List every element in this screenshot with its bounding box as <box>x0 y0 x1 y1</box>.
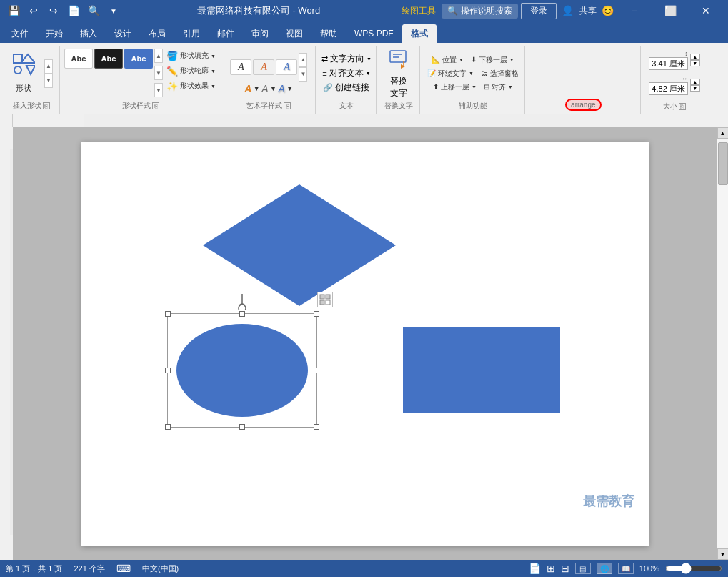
shape-scroll-up[interactable]: ▲ <box>44 59 53 74</box>
rectangle-shape[interactable] <box>403 327 560 413</box>
minimize-button[interactable]: − <box>618 0 651 21</box>
height-down[interactable]: ▼ <box>690 60 700 66</box>
width-input-container: ↔ <box>649 75 688 95</box>
content-wrapper: 最需教育 ▲ ▼ <box>13 114 728 560</box>
size-expand[interactable]: ⎘ <box>679 103 686 110</box>
shape-scroll-down[interactable]: ▼ <box>44 74 53 88</box>
tab-wps-pdf[interactable]: WPS PDF <box>346 24 402 43</box>
undo-icon[interactable]: ↩ <box>26 3 41 19</box>
auxiliary-group: 📐位置▼ ⬇下移一层▼ 📝环绕文字▼ 🗂选择窗格 ⬆上移一层▼ <box>422 46 525 114</box>
new-doc-icon[interactable]: 📄 <box>66 3 81 19</box>
art-text-btn-1[interactable]: A <box>230 59 251 75</box>
move-up-btn[interactable]: ⬆上移一层▼ <box>430 81 479 94</box>
wrap-text-btn[interactable]: 📝环绕文字▼ <box>424 67 477 80</box>
smiley-icon[interactable]: 😊 <box>599 3 615 19</box>
text-direction-btn[interactable]: ⇄文字方向▼ <box>320 52 373 66</box>
quick-access-dropdown[interactable]: ▼ <box>106 3 121 19</box>
height-input[interactable] <box>649 57 688 70</box>
arrange-group: arrange <box>527 46 641 114</box>
right-scrollbar: ▲ ▼ <box>717 127 728 560</box>
web-view-btn[interactable]: 🌐 <box>597 563 612 574</box>
text-align-btn[interactable]: ≡对齐文本▼ <box>321 66 372 80</box>
align-btn[interactable]: ⊟对齐▼ <box>481 81 516 94</box>
art-scroll-up[interactable]: ▲ <box>299 53 307 67</box>
oval-shape[interactable] <box>167 313 317 428</box>
login-button[interactable]: 登录 <box>521 3 557 19</box>
tab-mail[interactable]: 邮件 <box>209 24 243 43</box>
style-scroll-down[interactable]: ▼ <box>154 83 163 97</box>
layout-icon[interactable] <box>317 292 333 307</box>
art-text-btn-3[interactable]: A <box>276 59 297 75</box>
tab-layout[interactable]: 布局 <box>140 24 174 43</box>
art-scroll-down[interactable]: ▼ <box>299 67 307 82</box>
create-link-btn[interactable]: 🔗创建链接 <box>321 81 371 94</box>
scroll-area: 最需教育 ▲ ▼ <box>13 127 728 560</box>
text-fill-btn[interactable]: A ▼ <box>244 83 260 94</box>
style-sample-white[interactable]: Abc <box>64 49 93 69</box>
style-scroll: ▲ ▼ ▼ <box>154 49 163 97</box>
style-scroll-up[interactable]: ▲ <box>154 49 163 63</box>
shape-effect-btn[interactable]: ✨ 形状效果▼ <box>164 79 218 93</box>
tab-review[interactable]: 审阅 <box>243 24 277 43</box>
shape-fill-btn[interactable]: 🪣 形状填充▼ <box>164 49 218 63</box>
tab-design[interactable]: 设计 <box>106 24 140 43</box>
style-sample-blue[interactable]: Abc <box>124 49 153 69</box>
width-up[interactable]: ▲ <box>690 79 700 85</box>
language[interactable]: 中文(中国) <box>142 563 179 574</box>
auxiliary-label: 辅助功能 <box>424 99 522 112</box>
diamond-shape[interactable] <box>196 177 403 313</box>
tab-insert[interactable]: 插入 <box>71 24 106 43</box>
input-mode-icon[interactable]: ⌨ <box>116 563 131 574</box>
style-scroll-expand[interactable]: ▼ <box>154 66 163 80</box>
text-outline-btn[interactable]: A ▼ <box>261 83 276 94</box>
art-text-btn-2[interactable]: A <box>253 59 274 75</box>
shape-options: 🪣 形状填充▼ ✏️ 形状轮廓▼ ✨ 形状效果▼ <box>164 49 218 93</box>
scroll-track[interactable] <box>717 139 729 548</box>
view-icon[interactable]: ⊟ <box>561 563 569 574</box>
document-page: 最需教育 <box>81 142 649 546</box>
share-label[interactable]: 共享 <box>579 5 597 17</box>
ribbon: 形状 ▲ ▼ 插入形状 ⎘ Abc Abc Abc ▲ ▼ ▼ <box>0 43 728 114</box>
tab-view[interactable]: 视图 <box>277 24 311 43</box>
insert-shape-expand[interactable]: ⎘ <box>43 102 50 109</box>
shape-style-expand[interactable]: ⎘ <box>152 102 159 109</box>
operation-search-bar[interactable]: 🔍 操作说明搜索 <box>442 4 518 19</box>
height-up[interactable]: ▲ <box>690 54 700 60</box>
table-icon[interactable]: ⊞ <box>547 563 555 574</box>
close-button[interactable]: ✕ <box>689 0 722 21</box>
height-row: ↕ ▲ ▼ <box>649 50 700 70</box>
tab-format[interactable]: 格式 <box>402 24 437 43</box>
shape-scroll: ▲ ▼ <box>44 59 53 88</box>
scroll-down-button[interactable]: ▼ <box>717 548 729 560</box>
print-view-btn[interactable]: ▤ <box>575 563 591 574</box>
tab-help[interactable]: 帮助 <box>311 24 346 43</box>
shape-outline-btn[interactable]: ✏️ 形状轮廓▼ <box>164 64 218 78</box>
read-view-btn[interactable]: 📖 <box>618 563 634 574</box>
tab-file[interactable]: 文件 <box>3 24 37 43</box>
width-input[interactable] <box>649 82 688 95</box>
select-pane-btn[interactable]: 🗂选择窗格 <box>478 67 522 80</box>
tab-reference[interactable]: 引用 <box>174 24 209 43</box>
art-style-expand[interactable]: ⎘ <box>284 102 291 109</box>
tab-start[interactable]: 开始 <box>37 24 71 43</box>
replace-text-btn[interactable]: 替换文字 <box>381 49 417 99</box>
shape-button[interactable]: 形状 <box>6 49 41 99</box>
doc-icon[interactable]: 📄 <box>529 563 541 574</box>
art-row-2: A ▼ A ▼ A ▼ <box>244 83 294 94</box>
shape-style-group: Abc Abc Abc ▲ ▼ ▼ 🪣 形状填充▼ ✏️ 形状轮廓▼ ✨ <box>61 46 221 114</box>
text-group: ⇄文字方向▼ ≡对齐文本▼ 🔗创建链接 文本 <box>317 46 377 114</box>
art-style-label: 艺术字样式 ⎘ <box>226 99 312 112</box>
quick-search-icon[interactable]: 🔍 <box>86 3 101 19</box>
scroll-thumb[interactable] <box>718 142 728 185</box>
restore-button[interactable]: ⬜ <box>654 0 687 21</box>
position-btn[interactable]: 📐位置▼ <box>429 54 467 66</box>
redo-icon[interactable]: ↪ <box>46 3 61 19</box>
text-effect-btn[interactable]: A ▼ <box>278 83 293 94</box>
move-down-btn[interactable]: ⬇下移一层▼ <box>468 54 517 66</box>
width-down[interactable]: ▼ <box>690 85 700 92</box>
zoom-slider[interactable] <box>665 563 722 574</box>
scroll-up-button[interactable]: ▲ <box>717 127 729 139</box>
style-sample-black[interactable]: Abc <box>94 49 123 69</box>
share-icon[interactable]: 👤 <box>559 3 575 19</box>
save-icon[interactable]: 💾 <box>6 3 21 19</box>
